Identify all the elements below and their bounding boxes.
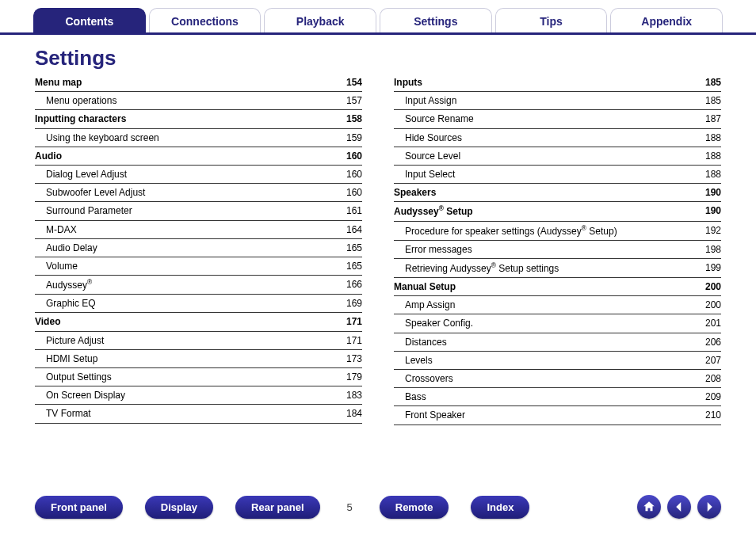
toc-page: 158 <box>338 112 362 125</box>
toc-page: 188 <box>697 131 721 144</box>
toc-page: 165 <box>338 260 362 272</box>
toc-label: Audyssey® <box>35 278 92 291</box>
toc-label: Inputting characters <box>35 112 126 125</box>
footer-button-index[interactable]: Index <box>471 496 529 519</box>
toc-page: 198 <box>697 243 721 256</box>
toc-item[interactable]: Hide Sources188 <box>394 129 721 147</box>
tab-contents[interactable]: Contents <box>33 8 146 32</box>
toc-columns: Menu map154Menu operations157Inputting c… <box>0 74 756 425</box>
toc-label: Menu operations <box>35 94 116 107</box>
toc-item[interactable]: Picture Adjust171 <box>35 332 362 350</box>
toc-label: Hide Sources <box>394 131 462 144</box>
nav-icon-group <box>637 495 721 519</box>
toc-label: Input Select <box>394 168 455 181</box>
tab-appendix[interactable]: Appendix <box>610 8 723 32</box>
home-icon[interactable] <box>637 495 661 519</box>
page-number: 5 <box>347 501 353 513</box>
toc-label: Levels <box>394 354 433 367</box>
toc-label: Volume <box>35 260 78 272</box>
toc-item[interactable]: Speaker Config.201 <box>394 314 721 333</box>
toc-page: 171 <box>338 334 362 347</box>
toc-item[interactable]: Error messages198 <box>394 241 721 259</box>
toc-item[interactable]: Amp Assign200 <box>394 296 721 314</box>
toc-label: Source Level <box>394 150 460 162</box>
next-page-icon[interactable] <box>697 495 721 519</box>
toc-page: 169 <box>338 297 362 310</box>
toc-page: 200 <box>697 280 721 293</box>
toc-label: On Screen Display <box>35 389 125 402</box>
toc-label: Input Assign <box>394 94 456 107</box>
toc-item[interactable]: Audyssey®166 <box>35 276 362 295</box>
toc-section[interactable]: Menu map154 <box>35 74 362 92</box>
tab-connections[interactable]: Connections <box>149 8 262 32</box>
toc-label: TV Format <box>35 407 91 420</box>
toc-item[interactable]: Using the keyboard screen159 <box>35 129 362 147</box>
toc-item[interactable]: HDMI Setup173 <box>35 350 362 368</box>
toc-section[interactable]: Manual Setup200 <box>394 278 721 296</box>
toc-item[interactable]: Front Speaker210 <box>394 406 721 424</box>
toc-column-left: Menu map154Menu operations157Inputting c… <box>35 74 362 425</box>
toc-item[interactable]: Retrieving Audyssey® Setup settings199 <box>394 259 721 278</box>
toc-section[interactable]: Inputs185 <box>394 74 721 92</box>
toc-section[interactable]: Speakers190 <box>394 184 721 202</box>
toc-label: Bass <box>394 390 426 403</box>
tab-settings[interactable]: Settings <box>380 8 492 32</box>
toc-label: Picture Adjust <box>35 334 104 347</box>
toc-page: 185 <box>697 76 721 89</box>
prev-page-icon[interactable] <box>667 495 691 519</box>
toc-page: 199 <box>697 261 721 275</box>
toc-page: 190 <box>697 186 721 199</box>
toc-item[interactable]: TV Format184 <box>35 405 362 423</box>
toc-section[interactable]: Audio160 <box>35 147 362 166</box>
toc-item[interactable]: Dialog Level Adjust160 <box>35 166 362 184</box>
toc-section[interactable]: Inputting characters158 <box>35 110 362 128</box>
toc-item[interactable]: Crossovers208 <box>394 370 721 388</box>
toc-page: 179 <box>338 371 362 383</box>
toc-item[interactable]: Levels207 <box>394 352 721 370</box>
footer-button-display[interactable]: Display <box>145 496 213 519</box>
toc-page: 206 <box>697 336 721 348</box>
footer-button-remote[interactable]: Remote <box>380 496 449 519</box>
footer-button-front-panel[interactable]: Front panel <box>35 496 123 519</box>
toc-page: 201 <box>697 317 721 329</box>
toc-item[interactable]: Output Settings179 <box>35 368 362 386</box>
footer-button-rear-panel[interactable]: Rear panel <box>235 496 319 519</box>
toc-column-right: Inputs185Input Assign185Source Rename187… <box>394 74 721 425</box>
toc-item[interactable]: Menu operations157 <box>35 92 362 110</box>
toc-item[interactable]: Subwoofer Level Adjust160 <box>35 184 362 202</box>
toc-item[interactable]: Bass209 <box>394 388 721 406</box>
toc-label: Output Settings <box>35 371 112 383</box>
toc-page: 160 <box>338 186 362 199</box>
toc-item[interactable]: Audio Delay165 <box>35 239 362 257</box>
tab-tips[interactable]: Tips <box>495 8 608 32</box>
toc-item[interactable]: Surround Parameter161 <box>35 202 362 220</box>
toc-page: 154 <box>338 76 362 89</box>
toc-item[interactable]: M-DAX164 <box>35 221 362 239</box>
toc-label: Front Speaker <box>394 409 465 421</box>
top-tab-bar: ContentsConnectionsPlaybackSettingsTipsA… <box>0 0 756 35</box>
toc-page: 160 <box>338 168 362 181</box>
toc-label: Amp Assign <box>394 299 455 311</box>
toc-item[interactable]: Input Assign185 <box>394 92 721 110</box>
toc-section[interactable]: Audyssey® Setup190 <box>394 202 721 221</box>
toc-label: Audio <box>35 150 62 162</box>
toc-label: Inputs <box>394 76 422 89</box>
toc-label: M-DAX <box>35 223 77 236</box>
toc-item[interactable]: On Screen Display183 <box>35 386 362 405</box>
toc-section[interactable]: Video171 <box>35 313 362 331</box>
toc-page: 171 <box>338 315 362 328</box>
toc-item[interactable]: Procedure for speaker settings (Audyssey… <box>394 222 721 241</box>
toc-page: 187 <box>697 112 721 125</box>
toc-label: Video <box>35 315 60 328</box>
toc-label: Audyssey® Setup <box>394 204 473 218</box>
toc-page: 190 <box>697 204 721 218</box>
toc-item[interactable]: Distances206 <box>394 333 721 352</box>
tab-playback[interactable]: Playback <box>264 8 376 32</box>
toc-item[interactable]: Volume165 <box>35 257 362 276</box>
toc-item[interactable]: Graphic EQ169 <box>35 295 362 313</box>
toc-label: Using the keyboard screen <box>35 131 159 144</box>
toc-item[interactable]: Input Select188 <box>394 166 721 184</box>
toc-page: 173 <box>338 352 362 365</box>
toc-item[interactable]: Source Level188 <box>394 147 721 166</box>
toc-item[interactable]: Source Rename187 <box>394 110 721 128</box>
